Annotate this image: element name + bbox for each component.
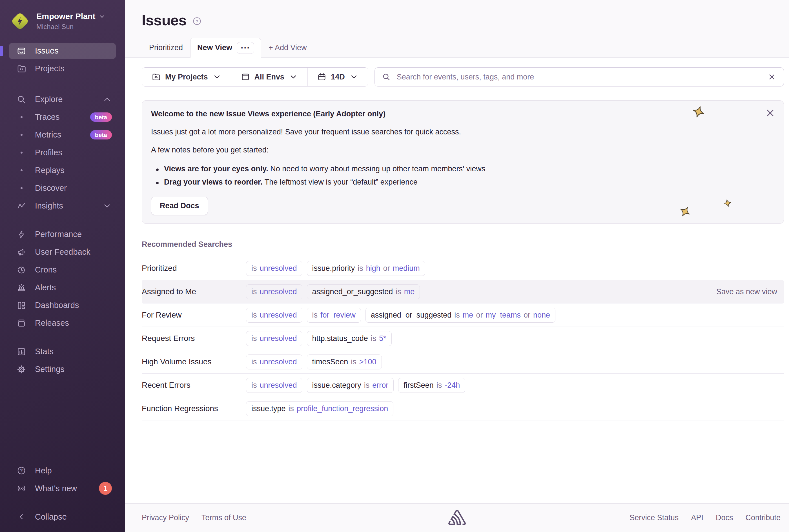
banner-title: Welcome to the new Issue Views experienc… [151, 110, 772, 118]
broadcast-icon [16, 483, 26, 493]
chevron-down-icon [99, 14, 105, 20]
service-status-link[interactable]: Service Status [630, 513, 678, 522]
sidebar-item-label: Stats [35, 347, 54, 356]
sidebar-item-label: Alerts [35, 283, 56, 292]
docs-link[interactable]: Docs [716, 513, 733, 522]
clear-search-icon[interactable] [767, 72, 776, 81]
recommended-search-row[interactable]: Recent Errorsisunresolvedissue.categoryi… [142, 374, 784, 397]
query-token: is [396, 287, 401, 296]
add-view-button[interactable]: + Add View [261, 38, 314, 58]
sidebar-item-label: Traces [35, 112, 60, 122]
sidebar-item-releases[interactable]: Releases [9, 315, 116, 331]
search-input[interactable] [396, 72, 762, 82]
sidebar-item-performance[interactable]: Performance [9, 227, 116, 242]
sidebar-item-traces[interactable]: Traces beta [9, 109, 116, 125]
query-token: assigned_or_suggested [312, 287, 393, 296]
sidebar-item-dashboards[interactable]: Dashboards [9, 298, 116, 314]
read-docs-button[interactable]: Read Docs [151, 197, 208, 215]
sidebar-item-user-feedback[interactable]: User Feedback [9, 244, 116, 260]
sidebar-item-discover[interactable]: Discover [9, 180, 116, 196]
sidebar-item-label: Help [35, 466, 52, 475]
bullet-dot-icon [16, 183, 26, 193]
sidebar-item-label: Projects [35, 64, 64, 73]
sidebar-item-profiles[interactable]: Profiles [9, 145, 116, 160]
org-switcher[interactable]: Empower Plant Michael Sun [0, 0, 125, 31]
tab-new-view[interactable]: New View ··· [190, 38, 261, 58]
filter-row: My Projects All Envs 14D [142, 67, 784, 87]
sidebar-item-label: Crons [35, 265, 57, 274]
projects-filter-dropdown[interactable]: My Projects [142, 68, 231, 86]
query-token: is [289, 404, 294, 413]
whats-new-count-badge: 1 [99, 482, 112, 495]
terms-of-use-link[interactable]: Terms of Use [201, 513, 246, 522]
recommended-search-row[interactable]: High Volume IssuesisunresolvedtimesSeeni… [142, 350, 784, 374]
query-token: none [533, 311, 550, 320]
sidebar-item-label: Collapse [35, 512, 67, 521]
sidebar-item-label: Replays [35, 166, 64, 175]
sidebar-item-whats-new[interactable]: What's new 1 [9, 480, 116, 496]
query-token-pill: issue.categoryiserror [307, 378, 394, 393]
help-icon: ? [16, 466, 26, 476]
query-token-pill: isunresolved [246, 331, 302, 346]
date-range-dropdown[interactable]: 14D [307, 68, 368, 86]
bullet-dot-icon [16, 112, 26, 122]
sidebar-item-metrics[interactable]: Metrics beta [9, 127, 116, 143]
chevron-down-icon [212, 72, 222, 81]
environment-filter-value: All Envs [254, 73, 285, 81]
gear-icon [16, 364, 26, 375]
contribute-link[interactable]: Contribute [745, 513, 781, 522]
query-token: is [312, 311, 318, 320]
sidebar-item-stats[interactable]: Stats [9, 344, 116, 360]
org-user: Michael Sun [36, 23, 105, 31]
banner-line-2: A few notes before you get started: [151, 146, 772, 154]
sidebar-item-replays[interactable]: Replays [9, 163, 116, 178]
bullet-dot-icon [16, 130, 26, 140]
chevron-down-icon [102, 201, 112, 211]
recommended-searches-heading: Recommended Searches [142, 240, 784, 249]
window-icon [241, 72, 250, 81]
api-link[interactable]: API [691, 513, 703, 522]
sidebar-item-help[interactable]: ? Help [9, 463, 116, 478]
sidebar-item-explore[interactable]: Explore [9, 92, 116, 107]
query-token: my_teams [485, 311, 521, 320]
query-token: is [251, 381, 257, 390]
sidebar-item-issues[interactable]: Issues [9, 43, 116, 59]
sidebar-item-insights[interactable]: Insights [9, 198, 116, 214]
tab-options-ellipsis-icon[interactable]: ··· [237, 42, 254, 54]
query-pill-group: isunresolvedissue.priorityishighormedium [246, 261, 425, 276]
beta-badge: beta [90, 112, 112, 122]
query-token: >100 [359, 358, 377, 366]
tab-label: Prioritized [149, 43, 183, 52]
query-token: unresolved [260, 311, 297, 320]
sidebar-item-projects[interactable]: Projects [9, 61, 116, 77]
query-token-pill: timesSeenis>100 [307, 355, 382, 369]
save-as-new-view-button[interactable]: Save as new view [716, 287, 784, 296]
query-token: me [463, 311, 474, 320]
recommended-search-row[interactable]: Function Regressionsissue.typeisprofile_… [142, 397, 784, 420]
sidebar-collapse-button[interactable]: Collapse [9, 509, 116, 525]
page-filter-bar: My Projects All Envs 14D [142, 67, 368, 87]
query-token: is [437, 381, 442, 390]
title-help-icon[interactable]: ? [192, 16, 202, 26]
recommended-search-label: Recent Errors [142, 381, 246, 390]
query-token-pill: isunresolved [246, 308, 302, 323]
banner-close-button[interactable] [765, 108, 775, 118]
chevron-up-icon [102, 95, 112, 104]
sidebar-item-settings[interactable]: Settings [9, 362, 116, 377]
recommended-search-row[interactable]: Assigned to Meisunresolvedassigned_or_su… [142, 280, 784, 303]
archive-box-icon [16, 318, 26, 328]
query-token: is [364, 381, 370, 390]
tab-prioritized[interactable]: Prioritized [142, 38, 190, 58]
banner-bullet: Drag your views to reorder. The leftmost… [151, 178, 772, 187]
footer-left-links: Privacy Policy Terms of Use [142, 513, 246, 522]
environment-filter-dropdown[interactable]: All Envs [231, 68, 308, 86]
recommended-search-row[interactable]: Request Errorsisunresolvedhttp.status_co… [142, 327, 784, 350]
privacy-policy-link[interactable]: Privacy Policy [142, 513, 189, 522]
sidebar-item-label: Issues [35, 46, 59, 56]
recommended-search-row[interactable]: For Reviewisunresolvedisfor_reviewassign… [142, 303, 784, 327]
sidebar-item-alerts[interactable]: Alerts [9, 280, 116, 296]
sidebar-item-crons[interactable]: Crons [9, 262, 116, 278]
issues-icon [16, 46, 26, 56]
query-token-pill: issue.typeisprofile_function_regression [246, 401, 393, 416]
recommended-search-row[interactable]: Prioritizedisunresolvedissue.priorityish… [142, 257, 784, 280]
